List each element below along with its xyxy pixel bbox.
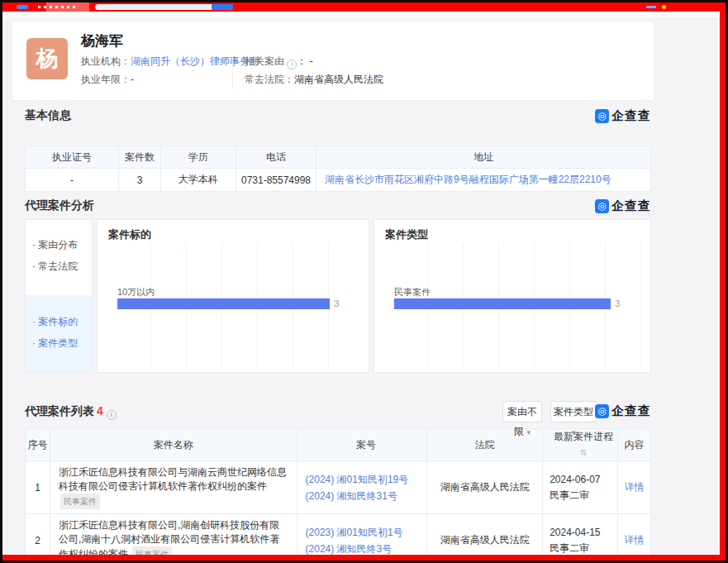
browser-topbar (2, 2, 722, 12)
progress-date: 2024-04-15 (550, 525, 617, 541)
cause-value: ： - (297, 55, 312, 67)
bar-category-label: 10万以内 (117, 286, 155, 298)
lawyer-profile-page: 杨 杨海军 执业机构：湖南同升（长沙）律师事务所 执业年限：- 相关案由 i： … (2, 19, 720, 555)
table-header-row: 序号 案件名称 案号 法院 最新案件进程 ⇅ 内容 (26, 429, 651, 461)
basic-info-table: 执业证号 案件数 学历 电话 地址 - 3 大学本科 0731-85574998… (25, 146, 651, 192)
topbar-tab[interactable] (46, 2, 89, 12)
col-address: 地址 (316, 146, 651, 169)
court-label: 常去法院： (245, 74, 294, 85)
nav-item-case-type[interactable]: · 案件类型 (32, 336, 78, 351)
qcc-logo-icon: ◎ (595, 109, 609, 123)
chart-case-type: 案件类型 民事案件 3 (374, 219, 651, 373)
table-row: - 3 大学本科 0731-85574998 湖南省长沙市雨花区湘府中路9号融程… (26, 169, 651, 192)
col-index: 序号 (26, 429, 50, 461)
chart-title: 案件标的 (108, 227, 151, 242)
col-case-count: 案件数 (119, 146, 161, 169)
bar-category-label: 民事案件 (394, 286, 431, 298)
col-progress[interactable]: 最新案件进程 ⇅ (543, 429, 618, 461)
bar-value-label: 3 (334, 298, 339, 309)
nav-item-case-amount[interactable]: · 案件标的 (32, 315, 78, 329)
case-no-link[interactable]: (2023) 湘01知民初1号 (306, 524, 427, 541)
bar[interactable] (394, 298, 611, 309)
info-icon[interactable]: i (287, 60, 297, 69)
col-education: 学历 (161, 146, 236, 169)
org-link[interactable]: 湖南同升（长沙）律师事务所 (131, 55, 259, 67)
chart-plot-area: 民事案件 3 (393, 243, 645, 367)
bookmark-bar (2, 12, 726, 19)
org-label: 执业机构： (81, 55, 131, 67)
years-label: 执业年限： (81, 74, 131, 85)
window-frame-bottom (2, 555, 726, 561)
case-list-table: 序号 案件名称 案号 法院 最新案件进程 ⇅ 内容 1 浙江禾匠信息科技有限公司… (25, 428, 651, 563)
avatar: 杨 (26, 38, 68, 79)
chevron-down-icon: ▾ (572, 428, 576, 437)
case-type-badge: 民事案件 (60, 494, 100, 509)
court-name: 湖南省高级人民法院 (427, 461, 543, 514)
analysis-nav-active-area (26, 295, 92, 372)
progress-stage: 民事二审 (550, 541, 617, 556)
topbar-favorite-icon[interactable] (662, 5, 666, 9)
nav-item-cause-dist[interactable]: · 案由分布 (32, 238, 78, 252)
qcc-logo-icon: ◎ (595, 199, 609, 213)
license-value: - (26, 169, 119, 192)
case-analysis-title: 代理案件分析 (25, 198, 651, 213)
col-phone: 电话 (236, 146, 316, 169)
education-value: 大学本科 (161, 169, 236, 192)
profile-card: 杨 杨海军 执业机构：湖南同升（长沙）律师事务所 执业年限：- 相关案由 i： … (12, 21, 654, 101)
qcc-brand: ◎ 企查查 (595, 108, 651, 124)
sort-icon: ⇅ (580, 448, 587, 457)
address-link[interactable]: 湖南省长沙市雨花区湘府中路9号融程国际广场第一幢22层2210号 (325, 174, 611, 185)
phone-value: 0731-85574998 (236, 169, 316, 192)
progress-date: 2024-06-07 (550, 472, 617, 488)
col-content: 内容 (618, 429, 651, 461)
page-title: 杨海军 (81, 31, 123, 50)
chevron-down-icon: ▾ (526, 428, 531, 437)
qcc-brand: ◎ 企查查 (595, 403, 651, 419)
court-value: 湖南省高级人民法院 (294, 74, 383, 85)
browser-logo-icon (17, 5, 28, 9)
basic-info-section: 基本信息 ◎ 企查查 执业证号 案件数 学历 电话 地址 - 3 大学本科 07… (25, 108, 651, 187)
topbar-search-button[interactable] (212, 4, 233, 10)
chart-title: 案件类型 (385, 227, 428, 242)
info-icon[interactable]: i (107, 410, 117, 420)
chart-plot-area: 10万以内 3 (116, 243, 364, 367)
qcc-brand: ◎ 企查查 (595, 198, 651, 214)
chart-case-amount: 案件标的 10万以内 3 (97, 219, 369, 373)
filter-type-dropdown[interactable]: 案件类型 ▾ (550, 401, 597, 422)
case-list-title: 代理案件列表4 i (25, 404, 117, 420)
case-analysis-section: 代理案件分析 ◎ 企查查 · 案由分布 · 常去法院 · 案件标的 · 案件类型… (25, 198, 651, 375)
analysis-nav: · 案由分布 · 常去法院 · 案件标的 · 案件类型 (25, 219, 93, 373)
address-bar[interactable] (95, 4, 214, 10)
detail-link[interactable]: 详情 (625, 534, 645, 546)
col-case-no: 案号 (297, 429, 427, 461)
basic-info-title: 基本信息 (25, 108, 651, 123)
col-case-name: 案件名称 (50, 429, 297, 461)
case-list-section: 代理案件列表4 i 案由不限 ▾ 案件类型 ▾ ◎ 企查查 序号 案件名称 案号… (25, 401, 651, 555)
years-value: - (131, 74, 134, 85)
bar-value-label: 3 (615, 298, 620, 309)
progress-stage: 民事二审 (550, 488, 617, 503)
case-no-link[interactable]: (2024) 湘知民终31号 (306, 488, 427, 504)
case-name: 浙江禾匠信息科技有限公司与湖南云商世纪网络信息科技有限公司侵害计算机软件著作权纠… (59, 466, 287, 492)
browser-window: 杨 杨海军 执业机构：湖南同升（长沙）律师事务所 执业年限：- 相关案由 i： … (0, 0, 728, 563)
qcc-logo-text: 企查查 (611, 108, 651, 124)
case-count-value: 3 (119, 169, 161, 192)
qcc-logo-icon: ◎ (595, 404, 609, 418)
table-row: 1 浙江禾匠信息科技有限公司与湖南云商世纪网络信息科技有限公司侵害计算机软件著作… (26, 461, 651, 514)
cause-label: 相关案由 (245, 55, 284, 67)
qcc-logo-text: 企查查 (611, 403, 651, 419)
filter-cause-dropdown[interactable]: 案由不限 ▾ (502, 401, 542, 422)
qcc-logo-text: 企查查 (611, 198, 651, 214)
nav-item-courts[interactable]: · 常去法院 (32, 260, 78, 274)
table-header-row: 执业证号 案件数 学历 电话 地址 (26, 146, 651, 169)
case-count-badge: 4 (97, 404, 103, 417)
detail-link[interactable]: 详情 (625, 481, 645, 493)
col-license: 执业证号 (26, 146, 119, 169)
case-no-link[interactable]: (2024) 湘01知民初19号 (306, 471, 427, 488)
bar[interactable] (117, 298, 330, 309)
row-index: 1 (26, 461, 50, 514)
topbar-extension-icon[interactable] (646, 6, 656, 8)
window-frame-right (720, 2, 726, 561)
divider (232, 55, 233, 89)
